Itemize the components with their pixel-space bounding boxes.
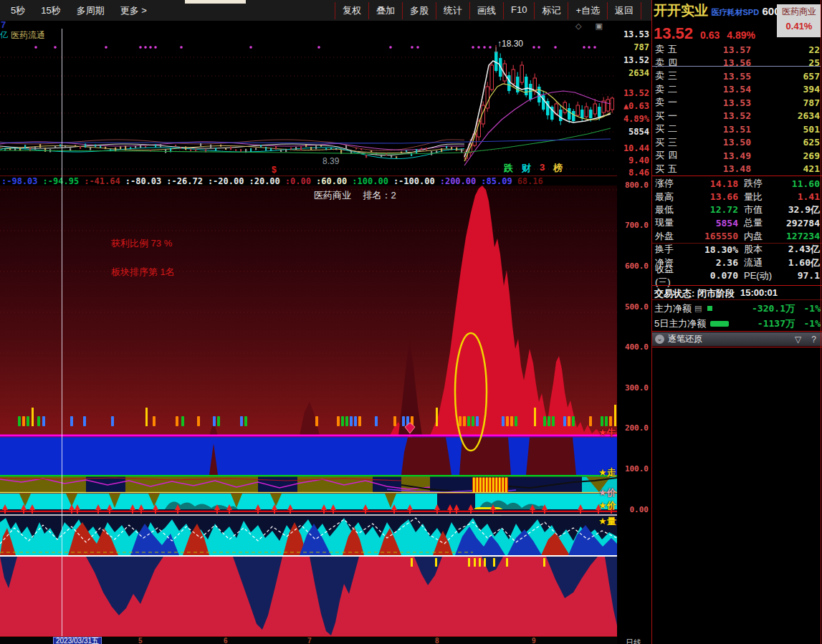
stat-value: 127234	[777, 231, 822, 241]
stat-value: 11.60	[777, 178, 822, 189]
level-volume: 25	[751, 57, 822, 68]
order-book-row[interactable]: 卖三 13.55 657	[653, 69, 822, 83]
corner-tag[interactable]: 财	[522, 162, 531, 175]
list-icon[interactable]: ▤	[694, 304, 702, 313]
tool-button[interactable]: 多股	[402, 2, 436, 19]
index-candle-panel[interactable]: 7 亿 医药流通 ↑18.30 8.39 $ ◇ ▣ 跌财3榜	[0, 21, 618, 176]
level-price[interactable]: 13.57	[687, 44, 751, 55]
axis-label: 600.0	[617, 246, 650, 287]
main-flow-pct: -1%	[795, 303, 821, 314]
order-book-row[interactable]: 卖二 13.54 394	[653, 83, 822, 97]
bid1-price: 13.52	[618, 55, 649, 65]
industry-name[interactable]: 医药商业	[777, 6, 821, 18]
level-price[interactable]: 13.49	[687, 150, 751, 161]
ask1-price: 13.53	[618, 29, 649, 39]
divider	[652, 347, 822, 347]
trade-status-row: 交易状态: 闭市阶段 15:00:01	[654, 287, 821, 300]
tool-button[interactable]: 统计	[436, 2, 469, 19]
trade-status-time: 15:00:01	[740, 287, 778, 300]
level-label: 卖三	[653, 69, 687, 82]
scale-price-2: 9.40	[618, 155, 649, 165]
sector-rank-annotation: 板块排序第 1名	[111, 266, 175, 279]
corner-digit: 7	[1, 19, 6, 30]
stock-name[interactable]: 开开实业	[654, 3, 708, 18]
level-label: 买一	[653, 110, 687, 122]
tool-button[interactable]: 画线	[469, 2, 503, 19]
axis-label: 800.0	[617, 165, 650, 206]
order-book-row[interactable]: 买五 13.48 421	[653, 163, 822, 176]
tooltip-sliver	[185, 0, 246, 4]
divider	[652, 331, 822, 332]
index-label-prefix: 亿	[0, 29, 8, 40]
order-book-row[interactable]: 买三 13.50 625	[653, 136, 822, 150]
corner-tag[interactable]: 榜	[553, 162, 563, 175]
level-label: 卖一	[653, 96, 687, 109]
stat-value: 2.43亿	[777, 243, 822, 256]
tool-button[interactable]: 返回	[607, 2, 641, 19]
index-name-label[interactable]: 医药流通	[11, 29, 45, 42]
stats-grid: 涨停 14.18 跌停 11.60 最高 13.66 量比 1.41 最低 12…	[653, 177, 822, 282]
period-label[interactable]: 日线	[617, 638, 650, 644]
chevron-down-icon[interactable]: ⌄	[655, 335, 664, 344]
order-book-row[interactable]: 卖四 13.56 25	[653, 57, 822, 70]
stock-info-panel: 开开实业 医疗耗材SPD 600272 13.52 0.63 4.89% 医药商…	[651, 0, 822, 644]
period-button[interactable]: 多周期	[70, 2, 111, 19]
change-value: 0.63	[700, 29, 720, 41]
stat-value: 97.1	[777, 270, 822, 281]
stat-value: 1.60亿	[777, 256, 822, 269]
level-price[interactable]: 13.50	[687, 137, 751, 148]
tool-button[interactable]: 标记	[534, 2, 568, 19]
divider	[652, 299, 822, 300]
tool-button[interactable]: 复权	[335, 2, 368, 19]
profit-ratio-annotation: 获利比例 73 %	[111, 237, 172, 250]
level-price[interactable]: 13.53	[687, 97, 751, 108]
period-button[interactable]: 15秒	[34, 2, 67, 19]
main-flow-5d-row[interactable]: 5日主力净额 -1137万 -1%	[654, 316, 821, 331]
level-volume: 501	[751, 124, 822, 135]
corner-tag[interactable]: 跌	[504, 162, 513, 175]
tool-button[interactable]: F10	[503, 2, 534, 19]
level-price[interactable]: 13.48	[687, 163, 751, 174]
panel-window-icons[interactable]: ◇ ▣	[575, 21, 608, 31]
corner-tags: 跌财3榜	[504, 162, 563, 175]
level-price[interactable]: 13.52	[687, 110, 751, 121]
stat-label: 流通	[738, 256, 777, 269]
indicator-value: :85.09	[481, 176, 512, 186]
order-book-row[interactable]: 买一 13.52 2634	[653, 110, 822, 123]
trading-terminal: 5秒15秒多周期更多 > 复权叠加多股统计画线F10标记+自选返回 7 亿 医药…	[0, 0, 822, 644]
level-price[interactable]: 13.54	[687, 84, 751, 95]
sector-indicator-panel[interactable]: 医药商业 排名：2 获利比例 73 % 板块排序第 1名 ★牛 ★走 ★价 ★价…	[0, 186, 618, 636]
stats-row: 外盘 165550 内盘 127234	[653, 230, 822, 243]
stat-value: 18.30%	[687, 244, 738, 255]
sector-subtitle: 医药商业 排名：2	[314, 189, 396, 202]
level-volume: 269	[751, 150, 822, 161]
level-price[interactable]: 13.51	[687, 124, 751, 135]
level-label: 买三	[653, 136, 687, 149]
tool-button[interactable]: 叠加	[368, 2, 402, 19]
period-button[interactable]: 5秒	[4, 2, 32, 19]
order-book-row[interactable]: 卖一 13.53 787	[653, 96, 822, 110]
level-price[interactable]: 13.56	[687, 57, 751, 68]
help-icon[interactable]: ?	[811, 335, 816, 345]
low-price-label: 8.39	[322, 156, 339, 166]
price-axis-column: 13.53 787 13.52 2634 13.52 ▲0.63 4.89% 5…	[617, 21, 652, 636]
stat-label: 跌停	[738, 177, 777, 190]
flow-square-icon	[707, 306, 712, 311]
time-axis-bar[interactable]: 2023/03/31五 5 6 7 8 9	[0, 636, 617, 644]
order-book-row[interactable]: 卖五 13.57 22	[653, 43, 822, 57]
tool-button[interactable]: +自选	[568, 2, 607, 19]
order-book-row[interactable]: 买二 13.51 501	[653, 122, 822, 136]
scale-price-1: 10.44	[618, 143, 649, 153]
crosshair-date-label: 2023/03/31五	[53, 637, 102, 644]
corner-tag[interactable]: 3	[540, 162, 545, 175]
filter-icon[interactable]: ▽	[795, 335, 801, 345]
industry-box[interactable]: 医药商业 0.41%	[777, 4, 821, 37]
main-flow-row[interactable]: 主力净额 ▤ -320.1万 -1%	[654, 301, 821, 316]
level-label: 买五	[653, 163, 687, 176]
stats-row: 涨停 14.18 跌停 11.60	[653, 177, 822, 190]
order-book-row[interactable]: 买四 13.49 269	[653, 149, 822, 163]
tick-restore-bar[interactable]: ⌄ 逐笔还原 ▽ ?	[652, 332, 822, 346]
level-price[interactable]: 13.55	[687, 71, 751, 82]
stats-row: 现量 5854 总量 292784	[653, 216, 822, 229]
period-button[interactable]: 更多 >	[114, 2, 153, 19]
